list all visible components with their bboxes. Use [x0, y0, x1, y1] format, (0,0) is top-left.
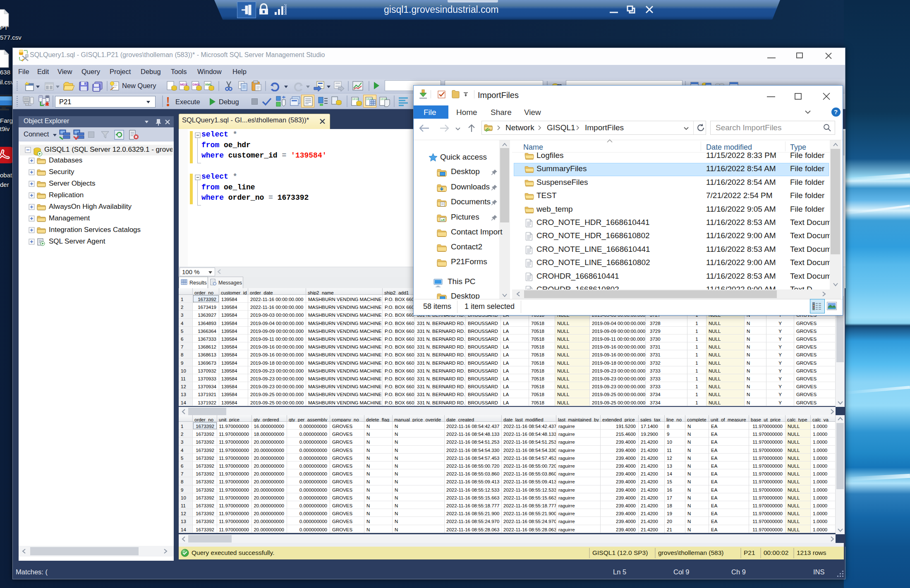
svg-text:?: ?: [834, 108, 838, 115]
svg-text:1010: 1010: [352, 98, 359, 101]
